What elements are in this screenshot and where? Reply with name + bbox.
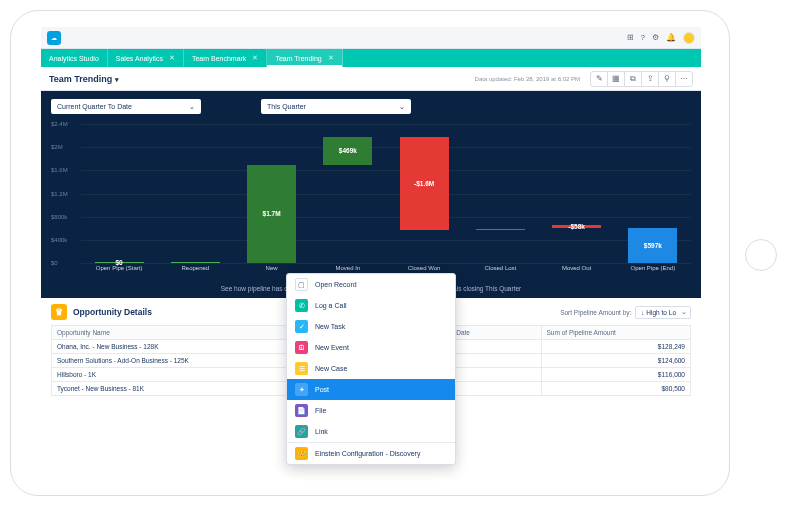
bar-closed-lost[interactable] [476,229,525,230]
table-cell[interactable]: Hillsboro - 1K [52,368,294,382]
log-a-call-icon: ✆ [295,299,308,312]
x-label: Open Pipe (End) [615,263,691,279]
tab-team-benchmark[interactable]: Team Benchmark✕ [184,49,267,67]
table-cell: $128,249 [541,340,690,354]
opportunity-name-table: Opportunity NameOhana, Inc. - New Busine… [51,325,294,396]
settings-icon[interactable]: ⚙ [652,33,659,42]
workspace-tabs: Analytics StudioSales Analytics✕Team Ben… [41,49,701,67]
context-menu: ▢Open Record✆Log a Call✓New Task🗓New Eve… [286,273,456,465]
toolbar-button-0[interactable]: ✎ [590,71,608,87]
tab-team-trending[interactable]: Team Trending✕ [267,49,342,67]
menu-item-label: Post [315,386,329,393]
table-row[interactable]: Southern Solutions - Add-On Business - 1… [52,354,294,368]
menu-item-label: New Event [315,344,349,351]
menu-item-post[interactable]: ✦Post [287,379,455,400]
bar-new[interactable]: $1.7M [247,165,296,263]
page-toolbar: ✎▦⧉⇪⚲⋯ [590,71,693,87]
bar-moved-out[interactable]: -$58k [552,225,601,228]
col-header: Sum of Pipeline Amount [541,326,690,340]
date-range-select[interactable]: Current Quarter To Date⌄ [51,99,201,114]
notifications-icon[interactable]: 🔔 [666,33,676,42]
menu-item-label: Link [315,428,328,435]
table-cell[interactable]: Tyconet - New Business - 81K [52,382,294,396]
tab-sales-analytics[interactable]: Sales Analytics✕ [108,49,184,67]
waterfall-chart[interactable]: $0$400k$800k$1.2M$1.6M$2M$2.4M$0$1.7M$46… [51,124,691,279]
close-icon[interactable]: ✕ [169,54,175,62]
device-home-button [745,239,777,271]
data-updated-text: Data updated: Feb 28, 2019 at 6:02 PM [475,76,580,82]
table-row[interactable]: Tyconet - New Business - 81K [52,382,294,396]
close-icon[interactable]: ✕ [252,54,258,62]
menu-item-label: File [315,407,326,414]
sort-select[interactable]: ↓ High to Lo [635,306,691,319]
link-icon: 🔗 [295,425,308,438]
menu-item-new-task[interactable]: ✓New Task [287,316,455,337]
table-cell: $124,600 [541,354,690,368]
bar-moved-in[interactable]: $469k [323,137,372,164]
menu-item-label: New Case [315,365,347,372]
x-label: Closed Lost [462,263,538,279]
table-cell: $116,000 [541,368,690,382]
post-icon: ✦ [295,383,308,396]
open-record-icon: ▢ [295,278,308,291]
chevron-down-icon: ▾ [115,76,119,83]
new-task-icon: ✓ [295,320,308,333]
menu-item-einstein-configuration-discovery[interactable]: 👑Einstein Configuration - Discovery [287,443,455,464]
x-label: Moved Out [539,263,615,279]
page-titlebar: Team Trending▾ Data updated: Feb 28, 201… [41,67,701,91]
table-cell[interactable]: Ohana, Inc. - New Business - 128K [52,340,294,354]
closing-period-select[interactable]: This Quarter⌄ [261,99,411,114]
bar-closed-won[interactable]: -$1.6M [400,137,449,230]
avatar[interactable] [683,32,695,44]
new-event-icon: 🗓 [295,341,308,354]
toolbar-button-5[interactable]: ⋯ [675,71,693,87]
toolbar-button-3[interactable]: ⇪ [641,71,659,87]
file-icon: 📄 [295,404,308,417]
table-row[interactable]: Hillsboro - 1K [52,368,294,382]
menu-item-link[interactable]: 🔗Link [287,421,455,442]
crown-icon: ♛ [51,304,67,320]
col-header: Opportunity Name [52,326,294,340]
table-cell: $80,500 [541,382,690,396]
chevron-down-icon: ⌄ [399,103,405,111]
details-title: Opportunity Details [73,307,152,317]
menu-item-label: New Task [315,323,345,330]
toolbar-button-2[interactable]: ⧉ [624,71,642,87]
menu-item-label: Open Record [315,281,357,288]
sort-label: Sort Pipeline Amount by: [560,309,631,316]
global-header: ☁ ⊞ ? ⚙ 🔔 [41,27,701,49]
table-row[interactable]: Ohana, Inc. - New Business - 128K [52,340,294,354]
page-title[interactable]: Team Trending▾ [49,74,119,84]
table-cell[interactable]: Southern Solutions - Add-On Business - 1… [52,354,294,368]
chart-panel: Current Quarter To Date⌄ This Quarter⌄ $… [41,91,701,298]
toolbar-button-4[interactable]: ⚲ [658,71,676,87]
toolbar-button-1[interactable]: ▦ [607,71,625,87]
menu-item-file[interactable]: 📄File [287,400,455,421]
menu-item-new-case[interactable]: ☰New Case [287,358,455,379]
menu-item-log-a-call[interactable]: ✆Log a Call [287,295,455,316]
close-icon[interactable]: ✕ [328,54,334,62]
chevron-down-icon: ⌄ [189,103,195,111]
menu-item-open-record[interactable]: ▢Open Record [287,274,455,295]
menu-item-label: Log a Call [315,302,347,309]
salesforce-logo: ☁ [47,31,61,45]
apps-icon[interactable]: ⊞ [627,33,634,42]
tab-analytics-studio[interactable]: Analytics Studio [41,49,108,67]
menu-item-new-event[interactable]: 🗓New Event [287,337,455,358]
einstein-configuration-discovery-icon: 👑 [295,447,308,460]
new-case-icon: ☰ [295,362,308,375]
menu-item-label: Einstein Configuration - Discovery [315,450,420,457]
bar-open-pipe-end-[interactable]: $597k [628,228,677,263]
x-label: Reopened [157,263,233,279]
help-icon[interactable]: ? [641,33,645,42]
x-label: Open Pipe (Start) [81,263,157,279]
